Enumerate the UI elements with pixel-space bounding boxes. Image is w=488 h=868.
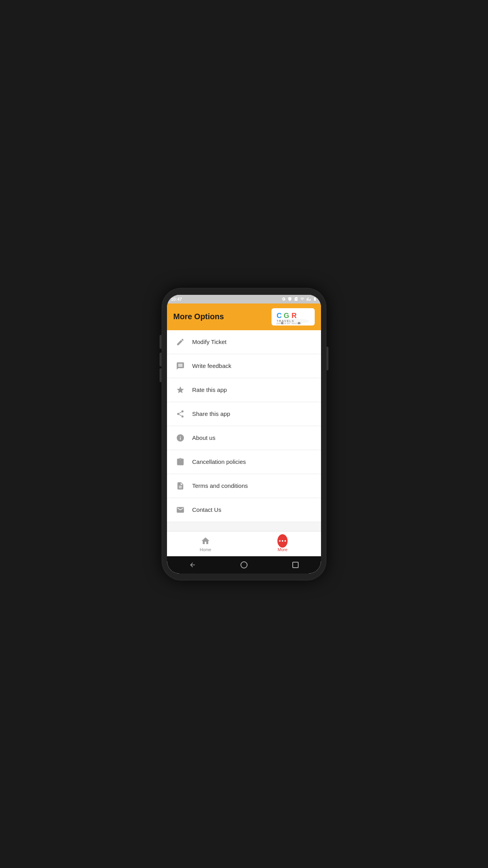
phone-screen: 10:47 <box>167 295 321 574</box>
wifi-icon <box>300 297 305 302</box>
menu-item-about-us[interactable]: About us <box>167 426 321 450</box>
star-icon <box>175 384 186 395</box>
contact-label: Contact Us <box>192 506 221 513</box>
android-back-button[interactable] <box>187 559 198 570</box>
home-nav-label: Home <box>200 547 211 552</box>
status-bar: 10:47 <box>167 295 321 303</box>
empty-space <box>167 522 321 531</box>
gear-icon <box>281 297 286 302</box>
more-nav-icon <box>277 536 288 546</box>
android-home-button[interactable] <box>238 559 250 570</box>
menu-item-rate-app[interactable]: Rate this app <box>167 378 321 402</box>
write-feedback-label: Write feedback <box>192 362 231 369</box>
svg-text:DRIVEN BY VALUES: DRIVEN BY VALUES <box>277 322 302 324</box>
dot3 <box>284 540 286 542</box>
clipboard-x-icon <box>175 456 186 467</box>
share-app-label: Share this app <box>192 410 230 417</box>
menu-item-contact[interactable]: Contact Us <box>167 498 321 522</box>
bottom-nav: Home More <box>167 531 321 556</box>
android-recent-button[interactable] <box>290 559 301 570</box>
home-icon <box>200 536 211 546</box>
nav-item-more[interactable]: More <box>244 533 321 554</box>
header-logo: C G R TRAVELS DRIVEN BY VALUES <box>272 308 315 326</box>
share-icon <box>175 408 186 419</box>
pencil-icon <box>175 337 186 348</box>
android-nav-bar <box>167 556 321 574</box>
status-time: 10:47 <box>171 297 182 302</box>
app-header: More Options C G R TRAVELS DRIVEN BY <box>167 303 321 330</box>
shield-icon <box>287 297 292 302</box>
modify-ticket-label: Modify Ticket <box>192 338 227 345</box>
menu-list: Modify Ticket Write feedback Rate this a… <box>167 330 321 531</box>
header-title: More Options <box>173 312 224 321</box>
signal-icon <box>306 297 311 302</box>
envelope-icon <box>175 504 186 515</box>
menu-item-cancellation[interactable]: Cancellation policies <box>167 450 321 474</box>
cancellation-label: Cancellation policies <box>192 458 246 465</box>
phone-frame: 10:47 <box>161 288 327 581</box>
more-dots <box>277 534 288 548</box>
status-icons <box>281 297 317 302</box>
rate-app-label: Rate this app <box>192 386 227 393</box>
menu-item-share-app[interactable]: Share this app <box>167 402 321 426</box>
nav-item-home[interactable]: Home <box>167 533 244 554</box>
sim-icon <box>294 297 298 302</box>
terms-label: Terms and conditions <box>192 482 248 489</box>
about-us-label: About us <box>192 434 215 441</box>
document-icon <box>175 480 186 491</box>
info-icon <box>175 432 186 443</box>
cgr-logo-svg: C G R TRAVELS DRIVEN BY VALUES <box>273 309 313 324</box>
battery-icon <box>312 297 317 302</box>
svg-text:G: G <box>284 312 290 320</box>
menu-item-terms[interactable]: Terms and conditions <box>167 474 321 498</box>
menu-item-modify-ticket[interactable]: Modify Ticket <box>167 330 321 354</box>
svg-text:TRAVELS: TRAVELS <box>277 320 294 322</box>
svg-text:R: R <box>292 312 297 320</box>
chat-icon <box>175 360 186 371</box>
more-nav-label: More <box>277 547 287 552</box>
dot2 <box>282 540 283 542</box>
svg-text:C: C <box>277 312 282 320</box>
menu-item-write-feedback[interactable]: Write feedback <box>167 354 321 378</box>
dot1 <box>279 540 281 542</box>
